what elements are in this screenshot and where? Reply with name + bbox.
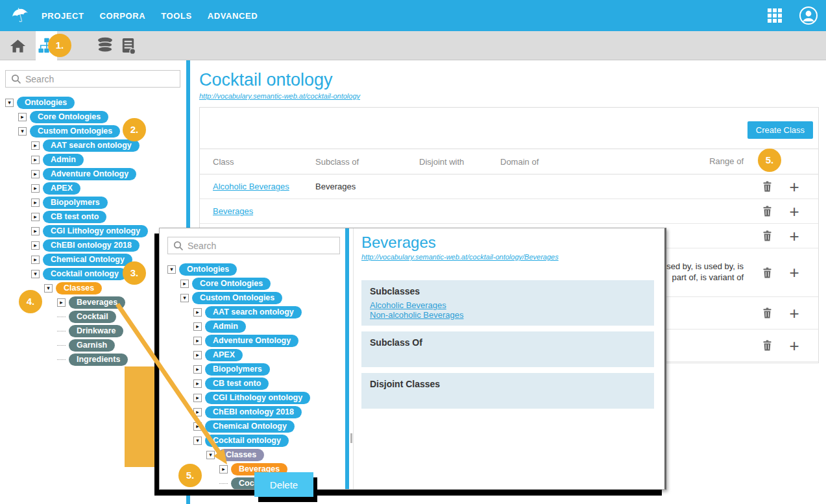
expand-icon[interactable]: ▸ <box>31 170 40 178</box>
plus-icon[interactable]: + <box>789 307 799 320</box>
expand-icon[interactable]: ▸ <box>193 351 202 359</box>
expand-icon[interactable]: ▸ <box>193 365 202 374</box>
menu-project[interactable]: PROJECT <box>42 11 84 21</box>
expand-icon[interactable]: ▸ <box>31 227 40 235</box>
plus-icon[interactable]: + <box>789 230 799 243</box>
trash-icon[interactable] <box>762 230 772 241</box>
extraction-server-icon[interactable] <box>117 31 139 60</box>
tree-node-cocktail-ontology[interactable]: Cocktail ontology <box>43 268 127 280</box>
tree-node-ontologies[interactable]: Ontologies <box>179 263 237 276</box>
expand-icon[interactable]: ▸ <box>18 113 27 121</box>
expand-icon[interactable]: ▸ <box>31 241 40 250</box>
tree-node-drinkware[interactable]: Drinkware <box>69 325 123 337</box>
tree-node-cb-test-onto[interactable]: CB test onto <box>43 211 106 223</box>
tree-node-biopolymers[interactable]: Biopolymers <box>205 363 270 376</box>
tree-node-beverages[interactable]: Beverages <box>69 296 125 309</box>
expand-icon[interactable]: ▸ <box>193 379 202 388</box>
tree-node-classes[interactable]: Classes <box>218 449 264 461</box>
expand-icon[interactable]: ▸ <box>193 408 202 416</box>
expand-icon[interactable]: ▸ <box>57 298 66 307</box>
poolparty-logo-icon[interactable]: ☂ <box>6 2 33 29</box>
collapse-icon[interactable]: ▾ <box>44 284 53 293</box>
plus-icon[interactable]: + <box>789 205 799 218</box>
tree-node-custom-ontologies[interactable]: Custom Ontologies <box>192 292 282 304</box>
expand-icon[interactable]: ▸ <box>31 156 40 164</box>
tree-node-custom-ontologies[interactable]: Custom Ontologies <box>30 125 120 138</box>
leaf-connector <box>219 483 228 484</box>
expand-icon[interactable]: ▸ <box>31 141 40 150</box>
expand-icon[interactable]: ▸ <box>31 184 40 193</box>
tree-node-cgi-lithology-ontology[interactable]: CGI Lithology ontology <box>43 225 148 237</box>
expand-icon[interactable]: ▸ <box>180 280 189 288</box>
search-icon <box>11 74 21 84</box>
expand-icon[interactable]: ▸ <box>31 198 40 207</box>
tree-node-aat-search-ontology[interactable]: AAT search ontology <box>43 139 140 152</box>
tree-node-biopolymers[interactable]: Biopolymers <box>43 197 108 209</box>
trash-icon[interactable] <box>762 181 772 192</box>
expand-icon[interactable]: ▸ <box>193 337 202 345</box>
expand-icon[interactable]: ▸ <box>193 322 202 331</box>
apps-grid-icon[interactable] <box>768 8 782 23</box>
expand-icon[interactable]: ▸ <box>193 308 202 317</box>
tree-node-chemical-ontology[interactable]: Chemical Ontology <box>205 420 295 433</box>
tree-node-ontologies[interactable]: Ontologies <box>17 97 75 109</box>
collapse-icon[interactable]: ▾ <box>206 451 215 459</box>
tree-node-classes[interactable]: Classes <box>56 282 102 294</box>
tree-node-apex[interactable]: APEX <box>205 349 243 361</box>
tree-node-cocktail[interactable]: Cocktail <box>69 311 116 323</box>
create-class-button[interactable]: Create Class <box>747 121 813 139</box>
tree-node-core-ontologies[interactable]: Core Ontologies <box>192 278 271 290</box>
collapse-icon[interactable]: ▾ <box>167 265 176 274</box>
class-url-link[interactable]: http://vocabulary.semantic-web.at/cockta… <box>361 253 654 261</box>
tree-node-adventure-ontology[interactable]: Adventure Ontology <box>43 168 136 180</box>
tree-node-cb-test-onto[interactable]: CB test onto <box>205 378 269 390</box>
tree-node-cocktail-ontology[interactable]: Cocktail ontology <box>205 435 289 447</box>
tree-node-chebi-ontology-2018[interactable]: ChEBI ontology 2018 <box>205 406 302 418</box>
collapse-icon[interactable]: ▾ <box>180 294 189 302</box>
toolbar <box>0 31 826 60</box>
menu-advanced[interactable]: ADVANCED <box>208 11 258 21</box>
expand-icon[interactable]: ▸ <box>219 465 228 474</box>
class-link-alcoholic-beverages[interactable]: Alcoholic Beverages <box>213 182 289 191</box>
link-alcoholic-beverages[interactable]: Alcoholic Beverages <box>370 300 646 310</box>
tree-node-adventure-ontology[interactable]: Adventure Ontology <box>205 335 298 347</box>
tree-node-garnish[interactable]: Garnish <box>69 339 115 352</box>
user-account-icon[interactable] <box>799 6 818 25</box>
menu-tools[interactable]: TOOLS <box>161 11 192 21</box>
tree-node-cgi-lithology-ontology[interactable]: CGI Lithology ontology <box>205 392 310 404</box>
tree-node-chemical-ontology[interactable]: Chemical Ontology <box>43 254 132 266</box>
collapse-icon[interactable]: ▾ <box>5 99 14 107</box>
expand-icon[interactable]: ▸ <box>31 256 40 264</box>
collapse-icon[interactable]: ▾ <box>193 437 202 445</box>
popup-search-input[interactable] <box>188 241 324 251</box>
tree-node-core-ontologies[interactable]: Core Ontologies <box>30 111 108 123</box>
expand-icon[interactable]: ▸ <box>193 394 202 402</box>
delete-menu-item[interactable]: Delete <box>254 472 313 497</box>
trash-icon[interactable] <box>762 307 772 318</box>
plus-icon[interactable]: + <box>789 339 799 352</box>
class-link-beverages[interactable]: Beverages <box>213 206 253 216</box>
expand-icon[interactable]: ▸ <box>31 213 40 221</box>
popup-scrollbar[interactable] <box>349 228 354 489</box>
menu-corpora[interactable]: CORPORA <box>100 11 146 21</box>
plus-icon[interactable]: + <box>789 266 799 279</box>
corpus-database-icon[interactable] <box>94 31 115 60</box>
plus-icon[interactable]: + <box>789 180 799 193</box>
search-input[interactable] <box>25 74 162 84</box>
tree-node-apex[interactable]: APEX <box>43 182 80 195</box>
scrollbar-thumb[interactable] <box>350 433 352 443</box>
collapse-icon[interactable]: ▾ <box>31 270 40 278</box>
link-non-alcoholic-beverages[interactable]: Non-alcoholic Beverages <box>370 310 646 320</box>
trash-icon[interactable] <box>762 340 772 351</box>
tree-node-admin[interactable]: Admin <box>43 154 84 166</box>
tree-node-aat-search-ontology[interactable]: AAT search ontology <box>205 306 302 318</box>
ontology-url-link[interactable]: http://vocabulary.semantic-web.at/cockta… <box>199 92 826 100</box>
tree-node-chebi-ontology-2018[interactable]: ChEBI ontology 2018 <box>43 239 140 252</box>
collapse-icon[interactable]: ▾ <box>18 127 27 136</box>
tree-node-admin[interactable]: Admin <box>205 320 246 333</box>
trash-icon[interactable] <box>762 206 772 217</box>
expand-icon[interactable]: ▸ <box>193 422 202 431</box>
tree-node-ingredients[interactable]: Ingredients <box>69 354 128 366</box>
trash-icon[interactable] <box>762 267 772 278</box>
home-icon[interactable] <box>7 31 29 60</box>
